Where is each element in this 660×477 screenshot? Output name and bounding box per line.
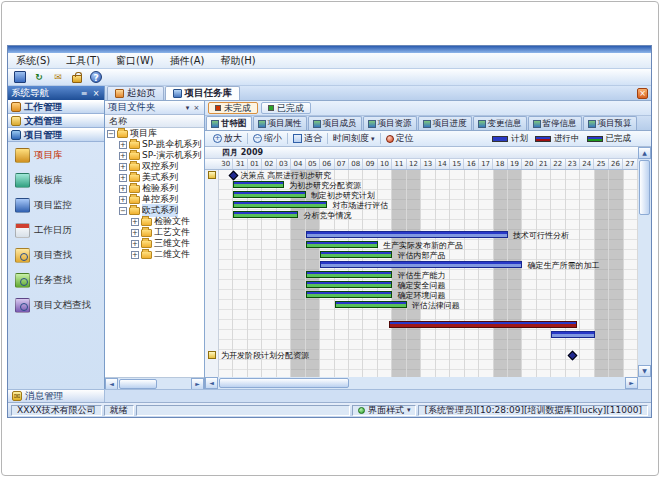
- close-icon[interactable]: ×: [91, 89, 101, 98]
- view-tab-0[interactable]: 甘特图: [206, 116, 252, 130]
- grid-column: [624, 170, 638, 377]
- message-management-tab[interactable]: ✉ 消息管理: [8, 390, 105, 402]
- scroll-up-icon[interactable]: ▲: [638, 147, 651, 159]
- toolbar-button[interactable]: ✉: [50, 70, 66, 85]
- menu-item-3[interactable]: 插件(A): [162, 53, 213, 68]
- gantt-bar[interactable]: [306, 281, 393, 288]
- gantt-bar[interactable]: [389, 321, 577, 328]
- tree-expander[interactable]: −: [107, 130, 115, 138]
- gantt-task-label: 对市场进行评估: [332, 201, 388, 210]
- gantt-bar[interactable]: [306, 231, 508, 238]
- menu-icon[interactable]: ≡: [79, 89, 89, 98]
- view-tab-4[interactable]: 项目进度: [418, 116, 472, 130]
- menu-item-1[interactable]: 工具(T): [58, 53, 108, 68]
- gantt-bar[interactable]: [320, 261, 522, 268]
- nav-item-3[interactable]: 工作日历: [15, 223, 72, 238]
- nav-item-0[interactable]: 项目库: [15, 148, 63, 163]
- tree-expander[interactable]: +: [119, 185, 127, 193]
- scrollbar-thumb[interactable]: [639, 160, 650, 215]
- view-tab-3[interactable]: 项目资源: [363, 116, 417, 130]
- gantt-vscrollbar[interactable]: ▲ ▼: [638, 147, 651, 377]
- filter-tab-0[interactable]: 未完成: [208, 102, 258, 114]
- zoom-out-button[interactable]: −缩小: [249, 132, 286, 145]
- menu-item-0[interactable]: 系统(S): [8, 53, 58, 68]
- ui-style-selector[interactable]: 界面样式 ▾: [352, 405, 417, 416]
- view-tab-5[interactable]: 变更信息: [473, 116, 527, 130]
- legend-swatch: [535, 136, 551, 142]
- day-label: 31: [233, 159, 247, 169]
- doc-tab-1[interactable]: 项目任务库: [165, 86, 241, 100]
- title-bar: [8, 46, 651, 53]
- tree-expander[interactable]: +: [131, 240, 139, 248]
- mail-icon: ✉: [12, 391, 22, 401]
- nav-item-5[interactable]: 任务查找: [15, 273, 72, 288]
- view-tab-7[interactable]: 项目预算: [583, 116, 637, 130]
- nav-group-0[interactable]: 工作管理: [8, 100, 104, 114]
- tree-expander[interactable]: +: [119, 174, 127, 182]
- tree-expander[interactable]: +: [119, 152, 127, 160]
- day-label: 05: [306, 159, 320, 169]
- tree-column-header[interactable]: 名称: [105, 115, 204, 128]
- close-icon[interactable]: ×: [192, 104, 201, 112]
- gantt-bar[interactable]: [335, 301, 407, 308]
- task-library-tab-icon: [173, 89, 182, 98]
- view-tab-label: 项目进度: [433, 118, 467, 130]
- status-dot-icon: [215, 105, 221, 111]
- gantt-bar[interactable]: [306, 241, 378, 248]
- scrollbar-thumb[interactable]: [219, 378, 349, 388]
- view-tab-6[interactable]: 暂停信息: [528, 116, 582, 130]
- menu-item-2[interactable]: 窗口(W): [108, 53, 162, 68]
- gantt-bar[interactable]: [233, 201, 327, 208]
- nav-item-1[interactable]: 模板库: [15, 173, 63, 188]
- tree-expander[interactable]: +: [131, 229, 139, 237]
- toolbar-button[interactable]: ↻: [31, 70, 47, 85]
- scrollbar-thumb[interactable]: [119, 379, 157, 389]
- tree-expander[interactable]: +: [119, 163, 127, 171]
- gantt-bar[interactable]: [320, 251, 392, 258]
- filter-tab-1[interactable]: 已完成: [261, 102, 311, 114]
- filter-tab-bar: 未完成已完成: [205, 101, 651, 116]
- home-tab-icon: [115, 89, 124, 98]
- pin-icon[interactable]: ▾: [183, 104, 192, 112]
- gantt-bar[interactable]: [551, 331, 594, 338]
- gantt-bar[interactable]: [306, 291, 393, 298]
- gantt-bar[interactable]: [306, 271, 393, 278]
- nav-item-6[interactable]: 项目文档查找: [15, 298, 91, 313]
- tree-node-11[interactable]: +二维文件: [105, 249, 204, 260]
- day-label: 15: [450, 159, 464, 169]
- gantt-hscrollbar[interactable]: ◄ ►: [205, 377, 638, 389]
- toolbar-button[interactable]: ?: [88, 70, 104, 85]
- gantt-bar[interactable]: [233, 191, 305, 198]
- view-tab-1[interactable]: 项目属性: [253, 116, 307, 130]
- tree-hscrollbar[interactable]: ◄ ►: [105, 377, 204, 389]
- time-scale-dropdown[interactable]: 时间刻度▾: [329, 132, 379, 145]
- fit-label: 适合: [304, 132, 322, 145]
- tree-expander[interactable]: +: [119, 141, 127, 149]
- gantt-bar[interactable]: [233, 181, 284, 188]
- view-tab-icon: [211, 120, 219, 128]
- scroll-left-icon[interactable]: ◄: [205, 377, 218, 389]
- toolbar-button[interactable]: [12, 70, 28, 85]
- gantt-bar[interactable]: [233, 211, 298, 218]
- scroll-right-icon[interactable]: ►: [625, 377, 638, 389]
- fit-button[interactable]: 适合: [289, 132, 326, 145]
- nav-item-4[interactable]: 项目查找: [15, 248, 72, 263]
- grid-column: [479, 170, 493, 377]
- tree-expander[interactable]: −: [119, 207, 127, 215]
- menu-item-4[interactable]: 帮助(H): [212, 53, 263, 68]
- tree-expander[interactable]: +: [131, 251, 139, 259]
- tree-expander[interactable]: +: [131, 218, 139, 226]
- tab-close-button[interactable]: ×: [637, 88, 648, 99]
- day-label: 08: [349, 159, 363, 169]
- gantt-grid: 决策点 高层进行初步研究为初步研究分配资源制定初步研究计划对市场进行评估分析竞争…: [219, 170, 638, 377]
- zoom-in-button[interactable]: +放大: [209, 132, 246, 145]
- doc-tab-0[interactable]: 起始页: [107, 86, 164, 100]
- nav-item-2[interactable]: 项目监控: [15, 198, 72, 213]
- toolbar-button[interactable]: [69, 70, 85, 85]
- view-tab-2[interactable]: 项目成员: [308, 116, 362, 130]
- scroll-down-icon[interactable]: ▼: [638, 365, 651, 377]
- locate-button[interactable]: 定位: [382, 132, 418, 145]
- nav-group-2[interactable]: 项目管理: [8, 128, 104, 142]
- tree-expander[interactable]: +: [119, 196, 127, 204]
- nav-group-1[interactable]: 文档管理: [8, 114, 104, 128]
